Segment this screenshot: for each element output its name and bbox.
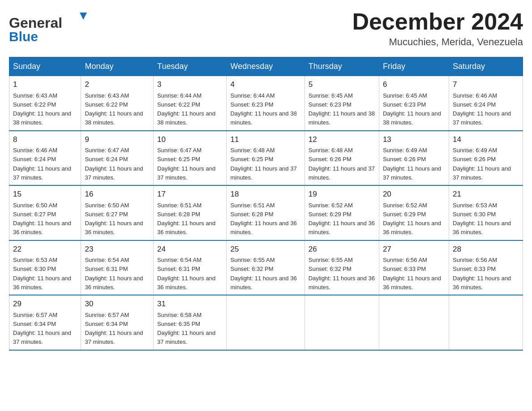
day-info: Sunrise: 6:48 AMSunset: 6:25 PMDaylight:… (230, 147, 296, 181)
calendar-cell (449, 295, 523, 350)
day-number: 9 (85, 134, 150, 146)
weekday-header-sunday: Sunday (9, 57, 81, 76)
calendar-cell (305, 295, 379, 350)
day-info: Sunrise: 6:44 AMSunset: 6:22 PMDaylight:… (157, 92, 215, 126)
calendar-cell (227, 295, 305, 350)
svg-marker-1 (80, 13, 87, 20)
day-number: 17 (157, 188, 223, 200)
location-title: Mucuchies, Merida, Venezuela (352, 36, 523, 48)
week-row-3: 15Sunrise: 6:50 AMSunset: 6:27 PMDayligh… (9, 185, 523, 240)
calendar-cell: 20Sunrise: 6:52 AMSunset: 6:29 PMDayligh… (379, 185, 449, 240)
calendar-cell: 30Sunrise: 6:57 AMSunset: 6:34 PMDayligh… (81, 295, 154, 350)
calendar-cell: 26Sunrise: 6:55 AMSunset: 6:32 PMDayligh… (305, 240, 379, 295)
day-info: Sunrise: 6:46 AMSunset: 6:24 PMDaylight:… (453, 92, 511, 126)
day-info: Sunrise: 6:55 AMSunset: 6:32 PMDaylight:… (309, 257, 375, 291)
calendar-cell: 21Sunrise: 6:53 AMSunset: 6:30 PMDayligh… (449, 185, 523, 240)
day-number: 24 (157, 244, 223, 255)
title-block: December 2024 Mucuchies, Merida, Venezue… (352, 9, 523, 48)
calendar-cell: 14Sunrise: 6:49 AMSunset: 6:26 PMDayligh… (449, 131, 523, 186)
calendar-cell: 22Sunrise: 6:53 AMSunset: 6:30 PMDayligh… (9, 240, 81, 295)
calendar-cell: 13Sunrise: 6:49 AMSunset: 6:26 PMDayligh… (379, 131, 449, 186)
weekday-header-thursday: Thursday (305, 57, 379, 76)
day-info: Sunrise: 6:54 AMSunset: 6:31 PMDaylight:… (85, 257, 143, 291)
weekday-header-monday: Monday (81, 57, 154, 76)
calendar-cell: 15Sunrise: 6:50 AMSunset: 6:27 PMDayligh… (9, 185, 81, 240)
day-info: Sunrise: 6:52 AMSunset: 6:29 PMDaylight:… (383, 202, 441, 236)
day-info: Sunrise: 6:46 AMSunset: 6:24 PMDaylight:… (13, 147, 71, 181)
day-info: Sunrise: 6:58 AMSunset: 6:35 PMDaylight:… (157, 312, 215, 346)
day-number: 21 (453, 188, 519, 200)
day-number: 20 (383, 188, 445, 200)
day-number: 26 (309, 244, 375, 255)
day-info: Sunrise: 6:49 AMSunset: 6:26 PMDaylight:… (383, 147, 441, 181)
weekday-header-friday: Friday (379, 57, 449, 76)
day-number: 10 (157, 134, 223, 146)
calendar-cell: 19Sunrise: 6:52 AMSunset: 6:29 PMDayligh… (305, 185, 379, 240)
day-number: 8 (13, 134, 77, 146)
day-number: 22 (13, 244, 77, 255)
day-number: 18 (230, 188, 300, 200)
day-number: 5 (309, 79, 375, 90)
day-info: Sunrise: 6:43 AMSunset: 6:22 PMDaylight:… (13, 92, 71, 126)
day-info: Sunrise: 6:56 AMSunset: 6:33 PMDaylight:… (383, 257, 441, 291)
day-info: Sunrise: 6:44 AMSunset: 6:23 PMDaylight:… (230, 92, 296, 126)
day-info: Sunrise: 6:53 AMSunset: 6:30 PMDaylight:… (453, 202, 511, 236)
day-number: 27 (383, 244, 445, 255)
page-header: General Blue December 2024 Mucuchies, Me… (9, 9, 523, 48)
week-row-5: 29Sunrise: 6:57 AMSunset: 6:34 PMDayligh… (9, 295, 523, 350)
calendar-cell: 9Sunrise: 6:47 AMSunset: 6:24 PMDaylight… (81, 131, 154, 186)
day-number: 29 (13, 298, 77, 310)
weekday-header-row: SundayMondayTuesdayWednesdayThursdayFrid… (9, 57, 523, 76)
weekday-header-tuesday: Tuesday (154, 57, 227, 76)
day-info: Sunrise: 6:57 AMSunset: 6:34 PMDaylight:… (85, 312, 143, 346)
day-number: 11 (230, 134, 300, 146)
calendar-cell: 1Sunrise: 6:43 AMSunset: 6:22 PMDaylight… (9, 76, 81, 131)
calendar-cell: 11Sunrise: 6:48 AMSunset: 6:25 PMDayligh… (227, 131, 305, 186)
day-info: Sunrise: 6:56 AMSunset: 6:33 PMDaylight:… (453, 257, 511, 291)
day-number: 12 (309, 134, 375, 146)
day-number: 15 (13, 188, 77, 200)
day-info: Sunrise: 6:47 AMSunset: 6:25 PMDaylight:… (157, 147, 215, 181)
calendar-cell: 25Sunrise: 6:55 AMSunset: 6:32 PMDayligh… (227, 240, 305, 295)
calendar-cell: 27Sunrise: 6:56 AMSunset: 6:33 PMDayligh… (379, 240, 449, 295)
calendar-cell: 24Sunrise: 6:54 AMSunset: 6:31 PMDayligh… (154, 240, 227, 295)
day-number: 28 (453, 244, 519, 255)
calendar-table: SundayMondayTuesdayWednesdayThursdayFrid… (9, 57, 523, 351)
calendar-cell: 4Sunrise: 6:44 AMSunset: 6:23 PMDaylight… (227, 76, 305, 131)
day-number: 1 (13, 79, 77, 90)
logo-svg: General Blue (9, 9, 94, 44)
day-info: Sunrise: 6:48 AMSunset: 6:26 PMDaylight:… (309, 147, 375, 181)
week-row-1: 1Sunrise: 6:43 AMSunset: 6:22 PMDaylight… (9, 76, 523, 131)
day-info: Sunrise: 6:50 AMSunset: 6:27 PMDaylight:… (85, 202, 143, 236)
day-number: 25 (230, 244, 300, 255)
calendar-cell: 2Sunrise: 6:43 AMSunset: 6:22 PMDaylight… (81, 76, 154, 131)
day-info: Sunrise: 6:43 AMSunset: 6:22 PMDaylight:… (85, 92, 143, 126)
day-info: Sunrise: 6:45 AMSunset: 6:23 PMDaylight:… (309, 92, 375, 126)
calendar-cell: 5Sunrise: 6:45 AMSunset: 6:23 PMDaylight… (305, 76, 379, 131)
calendar-cell (379, 295, 449, 350)
week-row-2: 8Sunrise: 6:46 AMSunset: 6:24 PMDaylight… (9, 131, 523, 186)
day-info: Sunrise: 6:57 AMSunset: 6:34 PMDaylight:… (13, 312, 71, 346)
calendar-cell: 3Sunrise: 6:44 AMSunset: 6:22 PMDaylight… (154, 76, 227, 131)
day-info: Sunrise: 6:52 AMSunset: 6:29 PMDaylight:… (309, 202, 375, 236)
day-number: 3 (157, 79, 223, 90)
day-number: 2 (85, 79, 150, 90)
weekday-header-wednesday: Wednesday (227, 57, 305, 76)
day-number: 19 (309, 188, 375, 200)
calendar-cell: 31Sunrise: 6:58 AMSunset: 6:35 PMDayligh… (154, 295, 227, 350)
logo: General Blue (9, 9, 94, 44)
day-info: Sunrise: 6:53 AMSunset: 6:30 PMDaylight:… (13, 257, 71, 291)
day-info: Sunrise: 6:50 AMSunset: 6:27 PMDaylight:… (13, 202, 71, 236)
calendar-cell: 10Sunrise: 6:47 AMSunset: 6:25 PMDayligh… (154, 131, 227, 186)
calendar-cell: 6Sunrise: 6:45 AMSunset: 6:23 PMDaylight… (379, 76, 449, 131)
calendar-cell: 16Sunrise: 6:50 AMSunset: 6:27 PMDayligh… (81, 185, 154, 240)
day-number: 30 (85, 298, 150, 310)
weekday-header-saturday: Saturday (449, 57, 523, 76)
day-info: Sunrise: 6:55 AMSunset: 6:32 PMDaylight:… (230, 257, 296, 291)
calendar-cell: 7Sunrise: 6:46 AMSunset: 6:24 PMDaylight… (449, 76, 523, 131)
calendar-cell: 17Sunrise: 6:51 AMSunset: 6:28 PMDayligh… (154, 185, 227, 240)
day-number: 6 (383, 79, 445, 90)
calendar-cell: 8Sunrise: 6:46 AMSunset: 6:24 PMDaylight… (9, 131, 81, 186)
calendar-cell: 18Sunrise: 6:51 AMSunset: 6:28 PMDayligh… (227, 185, 305, 240)
day-number: 13 (383, 134, 445, 146)
